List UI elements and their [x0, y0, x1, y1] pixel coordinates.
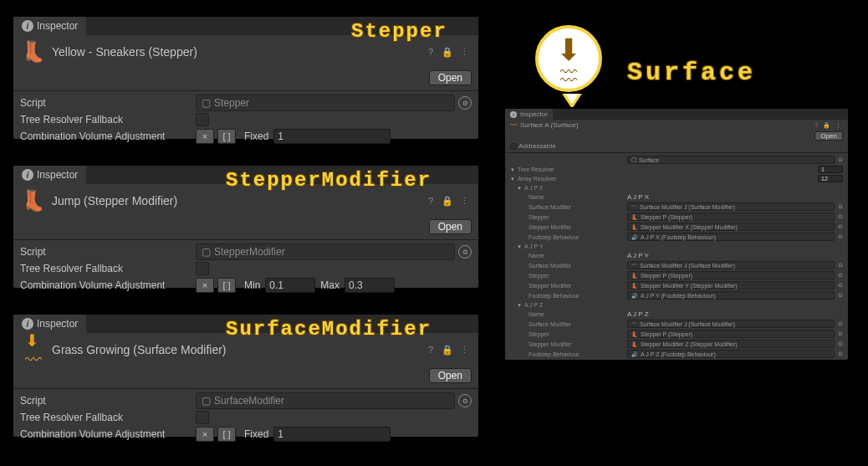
stepper-asset-icon: [20, 38, 47, 65]
help-icon[interactable]: ?: [423, 45, 438, 59]
open-button[interactable]: Open: [814, 131, 843, 141]
asset-title: Grass Growing (Surface Modifier): [52, 343, 418, 356]
group-code[interactable]: A J Q X: [524, 361, 641, 361]
remove-button[interactable]: ×: [196, 129, 214, 144]
min-input[interactable]: [265, 278, 315, 293]
info-icon: i: [22, 318, 33, 330]
stepper-label: Stepper: [510, 273, 627, 279]
array-resolver-label[interactable]: Array Resolver: [518, 176, 635, 182]
stepper-mod-field[interactable]: 👢Stepper Modifier Z (Stepper Modifier): [627, 340, 835, 348]
inspector-tab[interactable]: iInspector: [505, 109, 553, 120]
stepper-mod-field[interactable]: 👢Stepper Modifier Y (Stepper Modifier): [627, 281, 835, 289]
open-button[interactable]: Open: [429, 368, 472, 383]
surface-wave-icon: ⬇〰〰: [535, 25, 602, 92]
open-button[interactable]: Open: [429, 219, 472, 234]
object-picker-icon[interactable]: ⊙: [835, 203, 843, 210]
asset-title: Jump (Stepper Modifier): [52, 194, 418, 207]
script-type-icon: ▢: [202, 395, 211, 407]
stepper-mod-field[interactable]: 👢Stepper Modifier X (Stepper Modifier): [627, 223, 835, 231]
array-button[interactable]: [ ]: [217, 278, 236, 293]
fixed-input[interactable]: [273, 129, 391, 144]
menu-icon[interactable]: ⋮: [457, 45, 472, 59]
array-button[interactable]: [ ]: [217, 427, 236, 442]
tree-resolver-label[interactable]: Tree Resolver: [518, 166, 635, 172]
max-label: Max: [320, 279, 340, 291]
object-picker-icon[interactable]: ⊙: [835, 233, 843, 240]
surface-mod-field[interactable]: 〰Surface Modifier J (Surface Modifier): [627, 261, 835, 269]
name-value: A J P X: [627, 193, 649, 201]
group-code[interactable]: A J P Z: [524, 302, 641, 308]
menu-icon[interactable]: ⋮: [457, 343, 472, 356]
lock-icon[interactable]: 🔒: [440, 45, 455, 59]
fallback-checkbox[interactable]: [196, 113, 209, 126]
object-picker-icon[interactable]: ⊙: [835, 330, 843, 337]
combo-label: Combination Volume Adjustment: [20, 279, 196, 291]
fixed-label: Fixed: [244, 428, 268, 440]
min-label: Min: [244, 279, 260, 291]
name-value: A J P Y: [627, 252, 649, 259]
group-code[interactable]: A J P Y: [524, 243, 641, 249]
header-icons[interactable]: ? 🔒 ⋮: [814, 122, 843, 129]
object-picker-icon[interactable]: ⊙: [835, 320, 843, 327]
help-icon[interactable]: ?: [423, 343, 438, 356]
stepper-mod-label: Stepper Modifier: [510, 224, 627, 230]
object-picker-icon[interactable]: ⊙: [835, 223, 843, 230]
stepper-field[interactable]: 👢Stepper P (Stepper): [627, 213, 835, 221]
fixed-input[interactable]: [273, 427, 391, 442]
lock-icon[interactable]: 🔒: [440, 194, 455, 207]
script-type-icon: ▢: [202, 246, 211, 258]
help-icon[interactable]: ?: [423, 194, 438, 207]
script-field: ▢Surface: [627, 156, 835, 164]
tree-count-input[interactable]: [818, 166, 843, 173]
addressable-checkbox[interactable]: [510, 143, 517, 150]
object-picker-icon[interactable]: ⊙: [835, 292, 843, 299]
surface-mod-label: Surface Modifier: [510, 263, 627, 269]
object-picker-icon[interactable]: ⊙: [835, 213, 843, 220]
object-picker-icon[interactable]: ⊙: [835, 272, 843, 279]
footstep-field[interactable]: 🔊A J P Z (Footstep Behaviour): [627, 350, 835, 358]
object-picker-icon[interactable]: ⊙: [835, 262, 843, 269]
remove-button[interactable]: ×: [196, 427, 214, 442]
fixed-label: Fixed: [244, 131, 268, 142]
object-picker-icon[interactable]: ⊙: [835, 156, 843, 163]
fallback-checkbox[interactable]: [196, 411, 209, 424]
script-name: SurfaceModifier: [214, 395, 284, 407]
surface-mod-field[interactable]: 〰Surface Modifier J (Surface Modifier): [627, 320, 835, 328]
array-count-input[interactable]: [818, 175, 843, 182]
lock-icon[interactable]: 🔒: [440, 343, 455, 356]
remove-button[interactable]: ×: [196, 278, 214, 293]
script-field: ▢StepperModifier: [196, 243, 455, 260]
footstep-field[interactable]: 🔊A J P X (Footstep Behaviour): [627, 233, 835, 241]
fallback-checkbox[interactable]: [196, 262, 209, 275]
name-value: A J P Z: [627, 310, 649, 318]
object-picker-icon[interactable]: ⊙: [458, 245, 472, 259]
object-picker-icon[interactable]: ⊙: [458, 394, 472, 407]
object-picker-icon[interactable]: ⊙: [835, 341, 843, 347]
array-button[interactable]: [ ]: [217, 129, 236, 144]
script-field: ▢SurfaceModifier: [196, 392, 455, 409]
surface-mod-field[interactable]: 〰Surface Modifier J (Surface Modifier): [627, 202, 835, 211]
name-label: Name: [510, 311, 627, 317]
name-label: Name: [510, 253, 627, 259]
open-button[interactable]: Open: [429, 70, 472, 85]
tab-label: Inspector: [37, 169, 78, 181]
footstep-field[interactable]: 🔊A J P Y (Footstep Behaviour): [627, 291, 835, 300]
stepper-field[interactable]: 👢Stepper P (Stepper): [627, 271, 835, 279]
object-picker-icon[interactable]: ⊙: [835, 282, 843, 289]
overlay-stepper-modifier: StepperModifier: [226, 169, 431, 192]
object-picker-icon[interactable]: ⊙: [835, 351, 843, 357]
group-code[interactable]: A J P X: [524, 185, 641, 191]
inspector-tab[interactable]: i Inspector: [13, 17, 86, 35]
overlay-surface: Surface: [627, 59, 756, 87]
object-picker-icon[interactable]: ⊙: [458, 96, 472, 110]
inspector-tab[interactable]: iInspector: [13, 166, 86, 184]
combo-label: Combination Volume Adjustment: [20, 131, 196, 142]
addressable-label: Addressable: [518, 142, 555, 150]
menu-icon[interactable]: ⋮: [457, 194, 472, 207]
fallback-label: Tree Resolver Fallback: [20, 114, 196, 125]
max-input[interactable]: [345, 278, 395, 293]
surface-asset-icon: 〰: [510, 121, 517, 129]
stepper-mod-label: Stepper Modifier: [510, 283, 627, 289]
surface-modifier-asset-icon: ⬇〰: [20, 336, 47, 363]
stepper-field[interactable]: 👢Stepper P (Stepper): [627, 330, 835, 338]
